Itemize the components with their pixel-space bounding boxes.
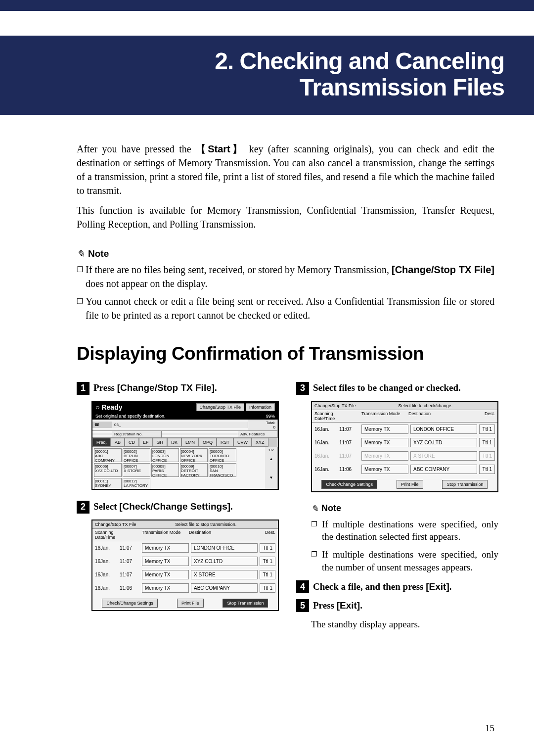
spacer	[0, 11, 534, 36]
col-note-2-text: If multiple destinations were specified,…	[322, 548, 498, 573]
ss3-buttons: Check/Change Settings Print File Stop Tr…	[312, 476, 497, 491]
stop-transmission-button[interactable]: Stop Transmission	[442, 480, 488, 489]
step-5-before: Press	[313, 600, 337, 611]
page-number: 15	[485, 723, 494, 734]
note-list: ❐ If there are no files being sent, rece…	[0, 263, 534, 322]
screenshot-file-list-check: Change/Stop TX File Select file to check…	[311, 401, 498, 492]
note-2-text: You cannot check or edit a file being se…	[86, 294, 494, 322]
step-5-followup: The standby display appears.	[311, 618, 498, 631]
note-item-2: ❐ You cannot check or edit a file being …	[77, 294, 494, 322]
col-dest: Destination	[408, 411, 479, 421]
check-change-button[interactable]: Check/Change Settings	[321, 480, 377, 489]
step-4-after: .	[449, 581, 452, 592]
table-row[interactable]: 16Jan.11:06Memory TXABC COMPANYTtl 1	[312, 463, 497, 476]
step-number-1: 1	[77, 382, 89, 395]
left-column: 1 Press [Change/Stop TX File]. Ready Cha…	[77, 382, 279, 631]
col-mode: Transmission Mode	[142, 530, 189, 540]
top-color-band	[0, 0, 534, 11]
title-line-2: Transmission Files	[300, 74, 504, 100]
ss1-subtitle: Set original and specify destination. 99…	[92, 413, 278, 420]
ss1-percent: 99%	[266, 414, 275, 419]
table-row[interactable]: 16Jan.11:07Memory TXXYZ CO.LTDTtl 1	[92, 555, 278, 568]
ss1-sub-text: Set original and specify destination.	[95, 414, 166, 419]
step-5-after: .	[360, 600, 362, 611]
ss1-header: Ready Change/Stop TX File Information	[92, 402, 278, 413]
start-key-label: 【Start】	[196, 143, 244, 154]
dest-item[interactable]: [00012]LA FACTORY	[123, 478, 150, 490]
note-label: Note	[321, 503, 341, 514]
table-row[interactable]: 16Jan.11:07Memory TXLONDON OFFICETtl 1	[312, 423, 497, 436]
step-1-bold: [Change/Stop TX File]	[117, 382, 215, 393]
total-label: Total:	[266, 421, 275, 425]
step-4-bold: [Exit]	[426, 581, 449, 592]
step-1: 1 Press [Change/Stop TX File].	[77, 382, 279, 395]
up-icon[interactable]: ▲	[265, 456, 278, 474]
table-row[interactable]: 16Jan.11:07Memory TXX STORETtl 1	[92, 568, 278, 581]
print-file-button[interactable]: Print File	[177, 599, 204, 608]
registration-button[interactable]: Registration No.	[112, 431, 162, 437]
bullet-icon: ❐	[77, 263, 86, 290]
col-note-header: ✎ Note	[311, 503, 498, 514]
col-note-item-2: ❐ If multiple destinations were specifie…	[311, 548, 498, 573]
step-5-bold: [Exit]	[337, 600, 360, 611]
phone-input[interactable]: 03_	[112, 422, 248, 428]
column-note: ✎ Note ❐ If multiple destinations were s…	[296, 503, 498, 574]
step-number-5: 5	[296, 599, 309, 612]
ss2-columns: Scanning Date/Time Transmission Mode Des…	[92, 529, 278, 541]
freq-tab[interactable]: Freq.	[92, 438, 111, 447]
destination-grid: [00001]ABC COMPANY [00002]BERLIN OFFICE …	[92, 447, 265, 490]
tab-uvw[interactable]: UVW	[233, 438, 252, 447]
screenshot-file-list-stop: Change/Stop TX File Select file to stop …	[91, 520, 279, 611]
dest-item[interactable]: [00002]BERLIN OFFICE	[123, 448, 150, 462]
chapter-title-banner: 2. Checking and Canceling Transmission F…	[0, 36, 534, 115]
ss2-header: Change/Stop TX File Select file to stop …	[92, 520, 278, 529]
col-dest: Destination	[189, 530, 260, 540]
print-file-button[interactable]: Print File	[397, 480, 423, 489]
screenshot-ready-screen: Ready Change/Stop TX File Information Se…	[91, 401, 279, 490]
table-row[interactable]: 16Jan.11:07Memory TXXYZ CO.LTDTtl 1	[312, 436, 497, 449]
table-row[interactable]: 16Jan.11:07Memory TXX STORETtl 1	[312, 449, 497, 463]
down-icon[interactable]: ▼	[265, 474, 278, 490]
change-stop-tx-button[interactable]: Change/Stop TX File	[196, 403, 244, 411]
dest-item[interactable]: [00003]LONDON OFFICE	[151, 448, 179, 462]
section-title: Displaying Confirmation of Transmission	[0, 326, 534, 373]
ready-label: Ready	[95, 403, 195, 411]
dest-item[interactable]: [00001]ABC COMPANY	[94, 448, 122, 462]
table-row[interactable]: 16Jan.11:07Memory TXLONDON OFFICETtl 1	[92, 541, 278, 555]
dest-item[interactable]: [00004]NEW YORK OFFICE	[180, 448, 208, 462]
dest-item[interactable]: [00009]DETROIT FACTORY	[180, 463, 208, 477]
tab-gh[interactable]: GH	[153, 438, 168, 447]
dest-item[interactable]: [00010]SAN FRANCISCO	[209, 463, 236, 477]
ss3-top-label: Change/Stop TX File	[314, 403, 356, 408]
tab-lmn[interactable]: LMN	[181, 438, 199, 447]
table-row[interactable]: 16Jan.11:06Memory TXABC COMPANYTtl 1	[92, 581, 278, 595]
tab-ijk[interactable]: IJK	[167, 438, 181, 447]
tab-ab[interactable]: AB	[111, 438, 125, 447]
dest-item[interactable]: [00011]SYDNEY OFFICE	[94, 478, 122, 490]
dest-item[interactable]: [00008]PARIS OFFICE	[151, 463, 179, 477]
intro-paragraph-1: After you have pressed the 【Start】 key (…	[77, 142, 494, 197]
information-button[interactable]: Information	[246, 403, 275, 411]
tab-xyz[interactable]: XYZ	[252, 438, 268, 447]
dest-item[interactable]: [00006]XYZ CO.LTD	[94, 463, 122, 477]
tab-opq[interactable]: OPQ	[199, 438, 217, 447]
stop-transmission-button[interactable]: Stop Transmission	[222, 599, 268, 608]
col-note-1-text: If multiple destinations were specified,…	[322, 518, 498, 543]
tab-rst[interactable]: RST	[217, 438, 233, 447]
note-item-1: ❐ If there are no files being sent, rece…	[77, 263, 494, 290]
step-2-after: .	[230, 501, 233, 512]
tab-ef[interactable]: EF	[139, 438, 153, 447]
adv-features-button[interactable]: Adv. Features	[238, 431, 278, 437]
ss1-phone-row: ☎ 03_ Total: 0	[92, 420, 278, 431]
dest-item[interactable]: [00005]TORONTO OFFICE	[209, 448, 236, 462]
dest-item[interactable]: [00007]X STORE	[123, 463, 150, 477]
step-2: 2 Select [Check/Change Settings].	[77, 501, 279, 514]
check-change-button[interactable]: Check/Change Settings	[102, 599, 158, 608]
step-number-2: 2	[77, 501, 89, 514]
step-1-after: .	[215, 382, 217, 393]
ss3-header: Change/Stop TX File Select file to check…	[312, 402, 497, 410]
page-indicator: 1/2	[265, 447, 278, 456]
step-number-3: 3	[296, 382, 309, 395]
tab-cd[interactable]: CD	[125, 438, 139, 447]
col-date: Scanning Date/Time	[314, 411, 339, 421]
